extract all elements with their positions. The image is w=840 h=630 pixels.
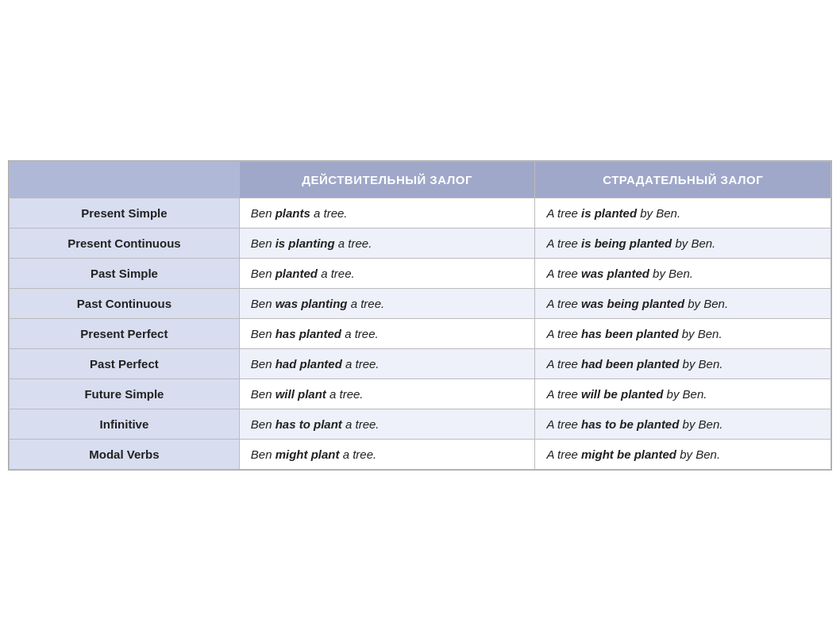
passive-cell: A tree might be planted by Ben.	[535, 439, 831, 469]
tense-cell: Present Perfect	[10, 318, 240, 348]
tense-cell: Present Simple	[10, 198, 240, 228]
bold-word: was planted	[581, 267, 649, 280]
passive-cell: A tree had been planted by Ben.	[535, 348, 831, 378]
passive-cell: A tree was planted by Ben.	[535, 258, 831, 288]
header-active: ДЕЙСТВИТЕЛЬНЫЙ ЗАЛОГ	[239, 161, 535, 198]
bold-word: is planted	[581, 206, 637, 220]
tense-cell: Modal Verbs	[10, 439, 240, 469]
tense-cell: Past Simple	[10, 258, 240, 288]
active-cell: Ben might plant a tree.	[239, 439, 535, 469]
active-cell: Ben will plant a tree.	[239, 378, 535, 409]
bold-word: has been planted	[581, 327, 679, 340]
active-cell: Ben planted a tree.	[239, 258, 535, 288]
header-passive: СТРАДАТЕЛЬНЫЙ ЗАЛОГ	[535, 161, 831, 198]
bold-word: might be planted	[581, 448, 676, 461]
bold-word: had been planted	[581, 357, 679, 371]
tense-cell: Future Simple	[10, 378, 240, 409]
passive-cell: A tree is planted by Ben.	[535, 198, 831, 228]
bold-word: was being planted	[581, 297, 684, 310]
bold-word: might plant	[276, 448, 340, 461]
passive-cell: A tree will be planted by Ben.	[535, 378, 831, 409]
tense-cell: Past Continuous	[10, 288, 240, 318]
bold-word: has to plant	[276, 417, 342, 431]
active-cell: Ben is planting a tree.	[239, 228, 535, 258]
tense-cell: Present Continuous	[10, 228, 240, 258]
bold-word: has to be planted	[581, 417, 679, 431]
active-cell: Ben plants a tree.	[239, 198, 535, 228]
bold-word: had planted	[276, 357, 342, 371]
active-cell: Ben has planted a tree.	[239, 318, 535, 348]
active-cell: Ben had planted a tree.	[239, 348, 535, 378]
bold-word: is being planted	[581, 236, 672, 250]
active-cell: Ben was planting a tree.	[239, 288, 535, 318]
bold-word: has planted	[276, 327, 341, 340]
passive-cell: A tree has to be planted by Ben.	[535, 409, 831, 439]
active-cell: Ben has to plant a tree.	[239, 409, 535, 439]
tense-cell: Past Perfect	[10, 348, 240, 378]
bold-word: will plant	[276, 387, 326, 401]
header-tense	[10, 161, 240, 198]
bold-word: was planting	[276, 297, 348, 310]
bold-word: will be planted	[581, 387, 663, 401]
passive-cell: A tree was being planted by Ben.	[535, 288, 831, 318]
bold-word: planted	[276, 267, 318, 280]
grammar-table: ДЕЙСТВИТЕЛЬНЫЙ ЗАЛОГ СТРАДАТЕЛЬНЫЙ ЗАЛОГ…	[8, 160, 832, 471]
passive-cell: A tree is being planted by Ben.	[535, 228, 831, 258]
bold-word: is planting	[276, 236, 335, 250]
passive-cell: A tree has been planted by Ben.	[535, 318, 831, 348]
tense-cell: Infinitive	[10, 409, 240, 439]
bold-word: plants	[276, 206, 310, 220]
